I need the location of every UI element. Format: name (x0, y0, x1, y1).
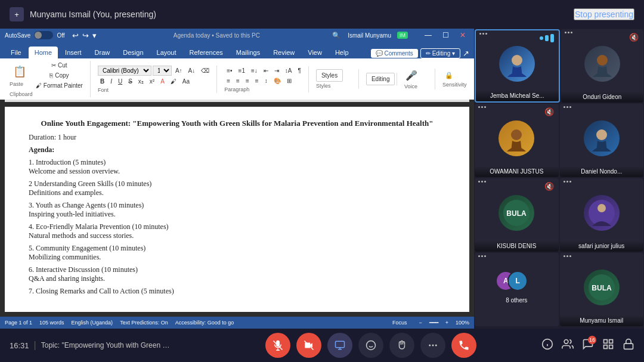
line-spacing-button[interactable]: ↕ (262, 76, 270, 85)
tab-draw[interactable]: Draw (89, 47, 116, 58)
tab-review[interactable]: Review (267, 47, 301, 58)
shading-button[interactable]: 🎨 (271, 76, 283, 85)
paste-button[interactable]: 📋 (10, 64, 30, 79)
underline-button[interactable]: U (116, 77, 125, 86)
security-button[interactable] (623, 338, 634, 353)
comments-button[interactable]: 💬 Comments (371, 49, 418, 58)
strikethrough-button[interactable]: S (126, 77, 135, 86)
participant-card-jemba[interactable]: Jemba Micheal Se... (475, 29, 560, 103)
subscript-button[interactable]: x₂ (136, 77, 146, 86)
info-button[interactable] (541, 338, 553, 353)
align-right-button[interactable]: ≡ (243, 76, 252, 85)
participant-menu-kisubi[interactable] (478, 181, 486, 182)
tab-references[interactable]: References (184, 47, 229, 58)
maximize-button[interactable]: ☐ (439, 31, 453, 39)
end-call-button[interactable] (451, 333, 476, 358)
participant-menu-onduri[interactable] (565, 32, 572, 33)
participant-card-daniel[interactable]: Daniel Nondo... (560, 104, 644, 177)
align-center-button[interactable]: ≡ (234, 76, 242, 85)
highlight-button[interactable]: 🖌 (168, 77, 179, 86)
safari-avatar (584, 195, 620, 231)
svg-text:BULA: BULA (507, 209, 527, 218)
zoom-slider[interactable]: ━━━ (429, 320, 438, 326)
styles-gallery-button[interactable]: Styles (316, 69, 343, 82)
justify-button[interactable]: ≡ (253, 76, 261, 85)
decrease-indent-button[interactable]: ⇤ (261, 66, 271, 75)
toggle-camera-button[interactable] (296, 333, 321, 358)
dictate-button[interactable]: 🎤 (404, 69, 419, 82)
tab-design[interactable]: Design (117, 47, 149, 58)
show-marks-button[interactable]: ¶ (296, 66, 304, 75)
cut-button[interactable]: ✂ Cut (33, 61, 85, 70)
tab-insert[interactable]: Insert (59, 47, 88, 58)
svg-point-18 (435, 345, 437, 346)
participant-menu-daniel[interactable] (564, 106, 571, 108)
zoom-out-button[interactable]: − (419, 320, 422, 326)
font-top-row: Calibri (Body) 11 A↑ A↓ ⌫ (98, 66, 212, 76)
document-body[interactable]: Online Youth Engagement: "Empowering You… (5, 107, 469, 312)
autosave-state: Off (57, 32, 64, 39)
copy-button[interactable]: ⎘ Copy (33, 71, 85, 80)
focus-mode[interactable]: Focus (392, 320, 407, 326)
word-count: 105 words (39, 320, 64, 326)
owamani-avatar-svg (503, 125, 530, 151)
clear-format-button[interactable]: ⌫ (199, 66, 212, 75)
reactions-button[interactable] (358, 333, 383, 358)
font-size-aa[interactable]: Aa (180, 77, 192, 86)
close-button[interactable]: ✕ (456, 31, 469, 39)
redo-icon[interactable]: ↪ (82, 31, 89, 40)
participant-card-onduri[interactable]: 🔇 Onduri Gideon (561, 29, 644, 103)
raise-hand-button[interactable] (389, 333, 414, 358)
undo-icon[interactable]: ↩ (72, 31, 79, 40)
tab-home[interactable]: Home (29, 47, 58, 58)
participant-menu-jemba[interactable] (479, 33, 487, 35)
multilevel-button[interactable]: ≡↓ (249, 66, 260, 75)
share-word-button[interactable]: ↗ (463, 49, 469, 58)
participant-menu-safari[interactable] (564, 181, 571, 182)
font-family-select[interactable]: Calibri (Body) (98, 66, 151, 76)
increase-font-button[interactable]: A↑ (173, 66, 185, 75)
zoom-in-button[interactable]: + (445, 320, 448, 326)
numbering-button[interactable]: ≡1 (236, 66, 247, 75)
participant-card-kisubi[interactable]: 🔇 BULA KISUBI DENIS (475, 178, 559, 252)
more-options-button[interactable] (420, 333, 445, 358)
screen-share-button[interactable] (327, 333, 352, 358)
search-icon-word[interactable]: 🔍 (332, 32, 340, 39)
autosave-toggle[interactable] (34, 31, 53, 39)
tab-mailings[interactable]: Mailings (230, 47, 266, 58)
font-color-button[interactable]: A (158, 77, 167, 86)
participant-menu-munyamu[interactable] (564, 255, 571, 257)
participant-menu-8others[interactable] (478, 255, 486, 257)
participant-card-owamani[interactable]: 🔇 OWAMANI JUSTUS (475, 104, 559, 177)
speaking-indicator (540, 34, 554, 42)
tab-help[interactable]: Help (329, 47, 355, 58)
tab-layout[interactable]: Layout (151, 47, 182, 58)
editing-group-button[interactable]: Editing (366, 73, 395, 85)
sensitivity-button[interactable]: 🔒 (442, 70, 456, 81)
bullets-button[interactable]: ≡• (224, 66, 234, 75)
participant-card-8others[interactable]: A L 8 others (475, 253, 559, 326)
decrease-font-button[interactable]: A↓ (186, 66, 198, 75)
participant-menu-owamani[interactable] (478, 106, 486, 108)
increase-indent-button[interactable]: ⇥ (272, 66, 281, 75)
mute-mic-button[interactable] (265, 333, 290, 358)
chat-button[interactable]: 16 (582, 338, 594, 353)
font-size-select[interactable]: 11 (153, 66, 172, 76)
participants-button[interactable] (562, 338, 574, 353)
tab-file[interactable]: File (5, 47, 27, 58)
borders-button[interactable]: ⊞ (284, 76, 294, 85)
superscript-button[interactable]: x² (147, 77, 157, 86)
sort-button[interactable]: ↕A (283, 66, 295, 75)
participant-card-safari[interactable]: safari junior julius (560, 178, 644, 252)
participant-card-munyamu[interactable]: BULA Munyamu Ismail (560, 253, 644, 326)
breakout-rooms-button[interactable] (602, 338, 614, 353)
bold-button[interactable]: B (98, 77, 107, 86)
format-painter-button[interactable]: 🖌 Format Painter (33, 81, 85, 90)
customize-icon[interactable]: ▾ (92, 31, 97, 40)
stop-presenting-button[interactable]: Stop presenting (574, 8, 634, 20)
editing-button[interactable]: ✏ Editing ▾ (420, 48, 460, 58)
tab-view[interactable]: View (302, 47, 328, 58)
italic-button[interactable]: I (108, 77, 114, 86)
minimize-button[interactable]: — (421, 31, 435, 39)
align-left-button[interactable]: ≡ (224, 76, 233, 85)
